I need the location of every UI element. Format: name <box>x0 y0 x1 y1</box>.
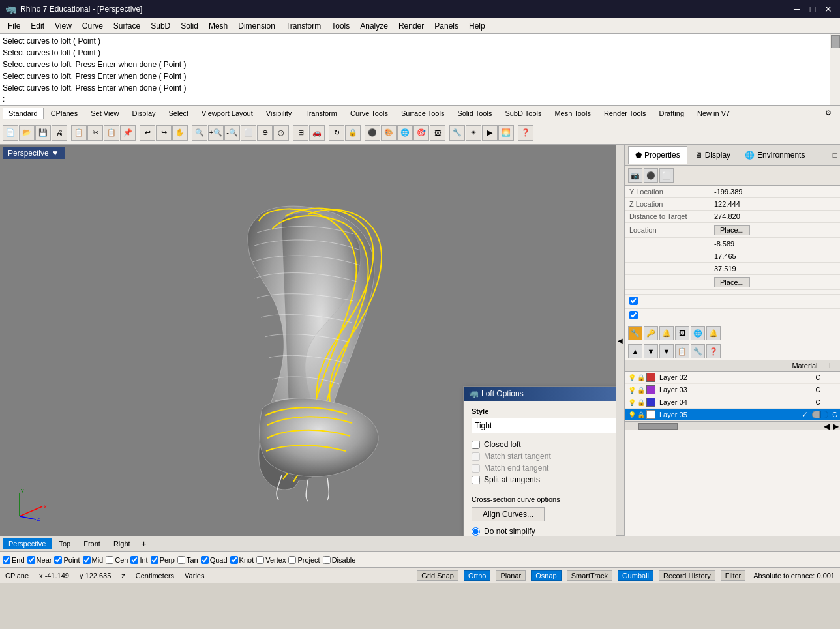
tab-subd-tools[interactable]: SubD Tools <box>499 108 547 119</box>
menu-subd[interactable]: SubD <box>145 20 175 32</box>
ortho-button[interactable]: Ortho <box>464 570 491 581</box>
panel-action-4[interactable]: 🖼 <box>675 326 689 340</box>
panel-arrow-up[interactable]: ▲ <box>628 344 642 358</box>
rotate-icon[interactable]: ↻ <box>329 125 344 141</box>
copy-icon[interactable]: 📋 <box>104 125 119 141</box>
redo-icon[interactable]: ↪ <box>156 125 172 141</box>
viewport-icon[interactable]: ⊞ <box>293 125 308 141</box>
snap-mid-checkbox[interactable] <box>83 556 91 564</box>
menu-help[interactable]: Help <box>464 20 490 32</box>
layer-05-lock[interactable]: 🔒 <box>637 411 645 418</box>
tab-viewport-layout[interactable]: Viewport Layout <box>196 108 259 119</box>
snap-tan-checkbox[interactable] <box>177 556 185 564</box>
tab-transform[interactable]: Transform <box>299 108 343 119</box>
osnap-button[interactable]: Osnap <box>531 570 561 581</box>
panel-help[interactable]: ❓ <box>706 344 721 358</box>
layer-03-color[interactable] <box>646 385 655 394</box>
close-button[interactable]: ✕ <box>822 3 835 16</box>
panel-action-5[interactable]: 🌐 <box>691 326 705 340</box>
snap-quad-checkbox[interactable] <box>201 556 209 564</box>
closed-loft-checkbox[interactable] <box>472 441 480 449</box>
panel-scroll-right[interactable]: ▶ <box>831 422 840 431</box>
vp-tab-top[interactable]: Top <box>53 538 76 549</box>
sphere-panel-icon[interactable]: ⚫ <box>644 168 658 183</box>
zoom-extents-icon[interactable]: 🔍 <box>192 125 207 141</box>
layer-02-lock[interactable]: 🔒 <box>637 374 645 381</box>
panel-collapse-arrow[interactable]: ◀ <box>616 145 625 536</box>
layer-row-03[interactable]: 💡 🔒 Layer 03 C <box>625 384 840 396</box>
menu-solid[interactable]: Solid <box>175 20 203 32</box>
prop-check-1[interactable] <box>629 297 638 305</box>
new-icon[interactable]: 📄 <box>3 125 18 141</box>
vp-tab-perspective[interactable]: Perspective <box>3 538 52 549</box>
snap-point-checkbox[interactable] <box>54 556 62 564</box>
car-icon[interactable]: 🚗 <box>309 125 325 141</box>
copy-file-icon[interactable]: 📋 <box>71 125 87 141</box>
print-icon[interactable]: 🖨 <box>52 125 67 141</box>
zoom-window-icon[interactable]: ⬜ <box>241 125 256 141</box>
menu-curve[interactable]: Curve <box>77 20 108 32</box>
layer-04-color[interactable] <box>646 398 655 407</box>
menu-surface[interactable]: Surface <box>108 20 145 32</box>
globe-icon[interactable]: 🌐 <box>397 125 413 141</box>
split-tangents-checkbox[interactable] <box>472 476 480 484</box>
layer-05-color[interactable] <box>646 410 655 419</box>
menu-mesh[interactable]: Mesh <box>203 20 233 32</box>
layer-row-02[interactable]: 💡 🔒 Layer 02 C <box>625 372 840 384</box>
snap-vertex-checkbox[interactable] <box>256 556 264 564</box>
layer-03-lock[interactable]: 🔒 <box>637 387 645 394</box>
menu-edit[interactable]: Edit <box>25 20 50 32</box>
tab-mesh-tools[interactable]: Mesh Tools <box>548 108 596 119</box>
do-not-simplify-radio[interactable] <box>472 527 480 536</box>
toolbar9[interactable]: 🔧 <box>449 125 465 141</box>
menu-view[interactable]: View <box>50 20 77 32</box>
command-input[interactable] <box>7 95 837 104</box>
menu-panels[interactable]: Panels <box>429 20 464 32</box>
panel-scroll-thumb[interactable] <box>638 423 678 430</box>
minimize-button[interactable]: ─ <box>790 3 803 16</box>
snap-end-checkbox[interactable] <box>3 556 10 564</box>
zoom-out-icon[interactable]: -🔍 <box>224 125 240 141</box>
pan-icon[interactable]: ✋ <box>172 125 188 141</box>
viewport[interactable]: Perspective ▼ <box>0 145 616 536</box>
snap-perp-checkbox[interactable] <box>151 556 158 564</box>
cut-icon[interactable]: ✂ <box>87 125 103 141</box>
panel-filter[interactable]: ▼ <box>659 344 674 358</box>
filter-button[interactable]: Filter <box>721 570 745 581</box>
snap-knot-checkbox[interactable] <box>230 556 238 564</box>
tab-visibility[interactable]: Visibility <box>260 108 298 119</box>
vp-tab-right[interactable]: Right <box>108 538 136 549</box>
layer-02-bulb[interactable]: 💡 <box>628 374 636 381</box>
panel-action-6[interactable]: 🔔 <box>706 326 721 340</box>
tab-select[interactable]: Select <box>163 108 195 119</box>
snap-disable-checkbox[interactable] <box>323 556 331 564</box>
vp-tab-add[interactable]: + <box>138 537 151 550</box>
tab-render-tools[interactable]: Render Tools <box>598 108 652 119</box>
grid-snap-button[interactable]: Grid Snap <box>417 570 458 581</box>
layer-04-bulb[interactable]: 💡 <box>628 399 636 406</box>
texture-icon[interactable]: 🖼 <box>430 125 445 141</box>
menu-transform[interactable]: Transform <box>280 20 326 32</box>
panel-copy2[interactable]: 📋 <box>675 344 689 358</box>
layer-row-05[interactable]: 💡 🔒 Layer 05 ✓ G <box>625 409 840 421</box>
match-start-checkbox[interactable] <box>472 452 480 461</box>
snap-cen-checkbox[interactable] <box>106 556 113 564</box>
match-end-checkbox[interactable] <box>472 464 480 473</box>
menu-dimension[interactable]: Dimension <box>233 20 280 32</box>
viewport-panel-icon[interactable]: ⬜ <box>659 168 674 183</box>
tab-display[interactable]: Display <box>126 108 161 119</box>
loft-dialog-titlebar[interactable]: 🦏 Loft Options ✕ <box>464 387 616 401</box>
maximize-button[interactable]: □ <box>806 3 819 16</box>
toolbar-settings-icon[interactable]: ⚙ <box>819 107 837 119</box>
command-scrollbar[interactable] <box>830 34 840 105</box>
panel-action-2[interactable]: 🔑 <box>644 326 658 340</box>
help-toolbar-icon[interactable]: ❓ <box>518 125 533 141</box>
tab-properties[interactable]: ⬟ Properties <box>628 146 687 164</box>
zoom-in-icon[interactable]: +🔍 <box>208 125 224 141</box>
undo-icon[interactable]: ↩ <box>140 125 155 141</box>
menu-render[interactable]: Render <box>393 20 429 32</box>
sun-icon[interactable]: ☀ <box>466 125 481 141</box>
save-icon[interactable]: 💾 <box>35 125 51 141</box>
panel-maximize-icon[interactable]: □ <box>833 151 837 160</box>
panel-action-1[interactable]: 🔧 <box>628 326 642 340</box>
